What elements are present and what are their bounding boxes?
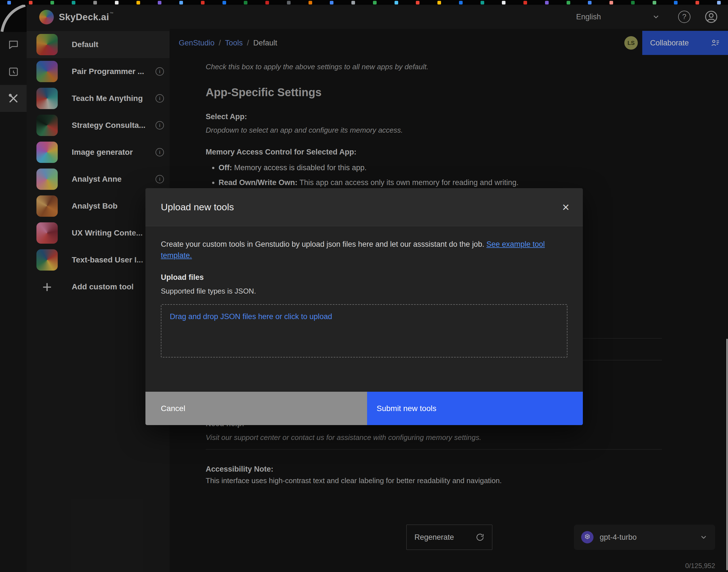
submit-new-tools-button[interactable]: Submit new tools bbox=[367, 392, 583, 425]
dropzone-text: Drag and drop JSON files here or click t… bbox=[170, 312, 332, 321]
upload-files-label: Upload files bbox=[161, 272, 567, 282]
browser-tab-favicon[interactable] bbox=[137, 1, 140, 4]
browser-tab-favicon[interactable] bbox=[287, 1, 291, 4]
browser-tab-favicon[interactable] bbox=[631, 1, 635, 4]
browser-tab-favicon[interactable] bbox=[696, 1, 699, 4]
browser-tab-favicon[interactable] bbox=[502, 1, 505, 4]
browser-tab-favicon[interactable] bbox=[93, 1, 97, 4]
modal-description: Create your custom tools in Genstudio by… bbox=[161, 239, 567, 261]
browser-tab-favicon[interactable] bbox=[29, 1, 32, 4]
app-root: SkyDeck.ai™ English ? bbox=[0, 0, 728, 572]
file-dropzone[interactable]: Drag and drop JSON files here or click t… bbox=[161, 304, 567, 358]
upload-tools-modal: Upload new tools × Create your custom to… bbox=[145, 188, 583, 425]
browser-tab-favicon[interactable] bbox=[459, 1, 463, 4]
supported-types-text: Supported file types is JSON. bbox=[161, 286, 567, 296]
browser-tab-favicon[interactable] bbox=[7, 1, 11, 4]
modal-footer: Cancel Submit new tools bbox=[145, 392, 583, 425]
browser-tab-favicon[interactable] bbox=[416, 1, 419, 4]
browser-tab-favicon[interactable] bbox=[265, 1, 269, 4]
browser-tab-favicon[interactable] bbox=[437, 1, 441, 4]
browser-tab-favicon[interactable] bbox=[610, 1, 613, 4]
browser-tab-favicon[interactable] bbox=[351, 1, 355, 4]
browser-tab-favicon[interactable] bbox=[395, 1, 398, 4]
browser-tab-favicon[interactable] bbox=[201, 1, 205, 4]
browser-tab-favicon[interactable] bbox=[588, 1, 591, 4]
browser-tab-favicon[interactable] bbox=[330, 1, 333, 4]
browser-tab-favicon[interactable] bbox=[545, 1, 549, 4]
browser-tab-favicon[interactable] bbox=[373, 1, 377, 4]
modal-header: Upload new tools × bbox=[145, 188, 583, 226]
browser-tab-favicon[interactable] bbox=[567, 1, 570, 4]
close-icon[interactable]: × bbox=[562, 201, 569, 213]
modal-title: Upload new tools bbox=[161, 201, 234, 214]
browser-tab-favicon[interactable] bbox=[72, 1, 75, 4]
browser-tab-strip[interactable] bbox=[0, 0, 728, 5]
browser-tab-favicon[interactable] bbox=[51, 1, 54, 4]
modal-body: Create your custom tools in Genstudio by… bbox=[145, 226, 583, 392]
browser-tab-favicon[interactable] bbox=[244, 1, 247, 4]
browser-tab-favicon[interactable] bbox=[481, 1, 484, 4]
browser-tab-favicon[interactable] bbox=[179, 1, 183, 4]
browser-tab-favicon[interactable] bbox=[523, 1, 527, 4]
browser-tab-favicon[interactable] bbox=[158, 1, 161, 4]
browser-tab-favicon[interactable] bbox=[674, 1, 677, 4]
cancel-button[interactable]: Cancel bbox=[145, 392, 367, 425]
browser-tab-favicon[interactable] bbox=[223, 1, 226, 4]
browser-tab-favicon[interactable] bbox=[309, 1, 312, 4]
browser-tab-favicon[interactable] bbox=[653, 1, 656, 4]
vertical-scrollbar[interactable] bbox=[726, 339, 728, 570]
browser-tab-favicon[interactable] bbox=[115, 1, 118, 4]
browser-tab-favicon[interactable] bbox=[717, 1, 721, 4]
